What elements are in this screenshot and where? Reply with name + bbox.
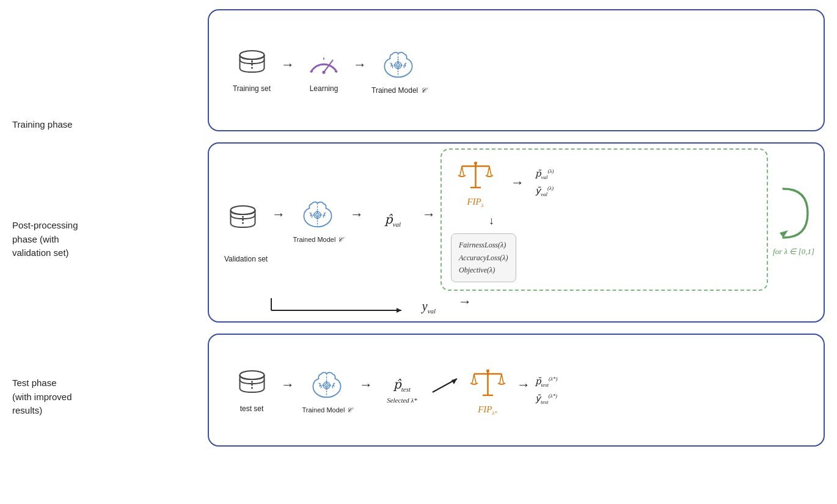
p-hat-test: p̂test [393, 377, 411, 393]
diagram-container: Training phase Training set → [0, 0, 837, 504]
arrow-1: → [281, 57, 294, 73]
trained-model-test: Trained Model 𝒞 [299, 367, 354, 414]
accuracy-loss-label: AccuracyLoss(λ) [459, 252, 508, 264]
svg-line-36 [460, 166, 462, 175]
arrow-2: → [353, 57, 367, 73]
svg-rect-30 [313, 214, 315, 216]
trained-model-postproc-label: Trained Model 𝒞 [293, 236, 343, 244]
svg-point-20 [404, 64, 406, 65]
svg-line-39 [489, 166, 491, 175]
y-val-item: yval [404, 299, 453, 315]
svg-point-35 [474, 165, 477, 167]
arrow-fip-out: → [511, 175, 524, 191]
fip-scale-val: FIPλ [451, 157, 500, 208]
svg-line-64 [500, 374, 502, 383]
svg-point-61 [486, 373, 489, 375]
test-db-icon [235, 368, 269, 401]
test-output: p̄test(λ*) ȳtest(λ*) [535, 376, 558, 405]
training-phase-label: Training phase [12, 118, 107, 132]
p-bar-test: p̄test(λ*) [535, 376, 558, 388]
svg-point-47 [251, 384, 253, 385]
svg-point-18 [398, 58, 399, 59]
svg-point-19 [391, 64, 392, 65]
validation-dataset [218, 203, 267, 236]
fip-label-test: FIPλ* [478, 404, 497, 416]
validation-db-icon [226, 203, 260, 236]
trained-model-postproc: Trained Model 𝒞 [290, 196, 345, 244]
green-curved-arrow-icon [777, 183, 811, 244]
svg-rect-15 [397, 68, 399, 70]
fairness-loss-label: FairnessLoss(λ) [459, 239, 508, 251]
training-phase-box: Training set → Learning [208, 9, 825, 131]
arrow-yval: → [458, 294, 472, 310]
test-phase-box: test set → Traine [208, 334, 825, 447]
arrow-test-2: → [359, 377, 373, 393]
loss-info-box: FairnessLoss(λ) AccuracyLoss(λ) Objectiv… [451, 233, 516, 282]
arrow-down-pp: ↓ [489, 214, 494, 227]
svg-marker-44 [397, 308, 401, 313]
svg-rect-53 [326, 388, 327, 390]
fip-scale-test: FIPλ* [463, 365, 512, 416]
validation-set-label: Validation set [224, 255, 268, 263]
fip-output-val: p̄val(λ) ȳval(λ) [535, 168, 554, 197]
svg-line-62 [472, 374, 474, 383]
svg-point-4 [251, 64, 253, 66]
lambda-loop: for λ ∈ [0,1] [773, 183, 814, 257]
svg-point-24 [242, 222, 244, 224]
arrow-pp-1: → [272, 206, 285, 222]
fip-label-val: FIPλ [467, 197, 483, 208]
y-bar-test: ȳtest(λ*) [535, 393, 558, 405]
arrow-pp-3: → [422, 206, 436, 222]
selected-lambda-label: Selected λ* [387, 396, 417, 404]
trained-model-training: Trained Model 𝒞 [371, 46, 426, 95]
objective-label: Objective(λ) [459, 264, 508, 276]
arrow-test-3 [429, 374, 460, 398]
svg-rect-54 [323, 384, 324, 386]
svg-rect-55 [329, 384, 331, 386]
svg-rect-28 [316, 211, 318, 213]
svg-rect-16 [394, 64, 396, 66]
lambda-range-label: for λ ∈ [0,1] [773, 247, 814, 257]
svg-point-48 [251, 387, 253, 389]
brain-icon-test [309, 367, 345, 403]
scale-icon-val [456, 157, 495, 194]
p-hat-test-group: p̂test Selected λ* [378, 377, 426, 404]
svg-point-34 [474, 162, 477, 165]
svg-point-23 [242, 219, 244, 221]
svg-rect-17 [401, 64, 403, 66]
fip-dashed-box: FIPλ → p̄val(λ) ȳval(λ) [440, 148, 768, 290]
test-dataset: test set [227, 368, 276, 413]
learning-label: Learning [310, 84, 338, 93]
training-set-label: Training set [233, 84, 271, 93]
test-set-label: test set [240, 404, 264, 413]
svg-rect-31 [320, 214, 322, 216]
svg-line-38 [488, 166, 489, 175]
postproc-bottom-row: yval → [218, 298, 814, 316]
arrow-test-1: → [281, 377, 294, 393]
svg-point-3 [251, 61, 253, 63]
svg-point-5 [251, 67, 253, 69]
postproc-phase-box: → [208, 142, 825, 323]
trained-model-training-label: Trained Model 𝒞 [371, 86, 426, 95]
postproc-top-row: → [218, 148, 814, 290]
scale-icon-test [468, 365, 508, 401]
svg-rect-29 [316, 217, 318, 219]
svg-rect-52 [326, 381, 327, 383]
fip-top-row: FIPλ → p̄val(λ) ȳval(λ) [451, 157, 554, 208]
speedometer-icon [305, 48, 342, 81]
arrow-pp-2: → [350, 206, 364, 222]
y-val-connector [255, 298, 401, 316]
p-hat-val: p̂val [368, 212, 417, 228]
training-dataset: Training set [227, 48, 276, 93]
brain-icon-training [380, 46, 417, 83]
svg-rect-14 [397, 61, 399, 63]
diagonal-arrow-icon [429, 374, 460, 395]
test-phase-label: Test phase (with improved results) [12, 363, 107, 418]
svg-point-22 [242, 216, 244, 218]
svg-line-63 [474, 374, 476, 383]
svg-point-46 [251, 381, 253, 382]
svg-line-37 [462, 166, 464, 175]
brain-icon-postproc [299, 196, 336, 233]
arrow-test-4: → [517, 377, 530, 393]
svg-point-60 [486, 369, 489, 372]
